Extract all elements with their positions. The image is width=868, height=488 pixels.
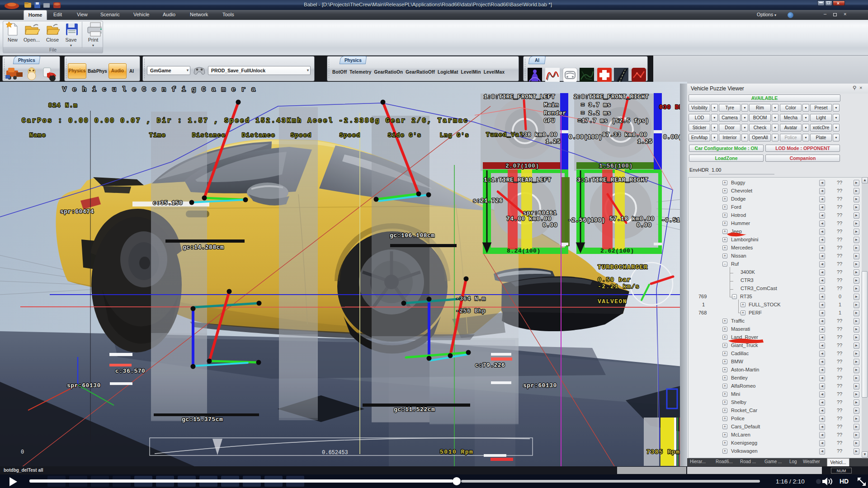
svg-text:c:36.570: c:36.570 bbox=[115, 368, 145, 375]
svg-text:7385 Rpm: 7385 Rpm bbox=[646, 449, 680, 455]
svg-text:Side G's: Side G's bbox=[388, 132, 421, 139]
svg-text:GPU: GPU bbox=[544, 117, 555, 124]
svg-text:97.33 km0.00: 97.33 km0.00 bbox=[602, 131, 647, 138]
svg-text:5010 Rpm: 5010 Rpm bbox=[440, 449, 473, 455]
svg-text:s:21.726: s:21.726 bbox=[473, 197, 503, 204]
svg-text:74.00 km0.00: 74.00 km0.00 bbox=[506, 216, 552, 222]
svg-text:Name: Name bbox=[29, 132, 46, 139]
svg-text:gc:15.375cm: gc:15.375cm bbox=[182, 416, 223, 423]
svg-text:= 3.7 ms: = 3.7 ms bbox=[581, 102, 611, 108]
svg-text:.38 km0.00: .38 km0.00 bbox=[520, 131, 557, 138]
svg-text:1:1:TIRE_REAR_LEFT: 1:1:TIRE_REAR_LEFT bbox=[484, 177, 551, 183]
svg-text:0.00(100): 0.00(100) bbox=[569, 134, 603, 141]
svg-text:c:79.226: c:79.226 bbox=[475, 362, 505, 369]
svg-text:0.00(: 0.00( bbox=[663, 134, 682, 141]
svg-text:= 2.2 ms: = 2.2 ms bbox=[581, 110, 611, 117]
svg-text:gc:11.522cm: gc:11.522cm bbox=[394, 406, 435, 413]
svg-text:Main: Main bbox=[544, 102, 559, 108]
svg-text:-2.56(100): -2.56(100) bbox=[568, 217, 605, 224]
svg-text:-0.51: -0.51 bbox=[661, 217, 680, 224]
svg-text:Tuned_Val: Tuned_Val bbox=[486, 131, 524, 138]
svg-text:2.07(100): 2.07(100) bbox=[505, 163, 539, 169]
svg-text:VehiculeConfigCamera: VehiculeConfigCamera bbox=[62, 86, 261, 94]
svg-text:Render: Render bbox=[544, 110, 566, 117]
svg-text:spr:60130: spr:60130 bbox=[67, 382, 101, 389]
svg-text:1.25: 1.25 bbox=[546, 138, 561, 145]
svg-text:0.652453: 0.652453 bbox=[322, 450, 348, 456]
svg-text:-256 Bhp: -256 Bhp bbox=[456, 308, 486, 314]
svg-text:1:0:TIRE_FRONT_LEFT: 1:0:TIRE_FRONT_LEFT bbox=[484, 94, 555, 100]
svg-text:gc:14.288cm: gc:14.288cm bbox=[183, 244, 224, 251]
svg-text:3:1:TIRE_REAR_RIGHT: 3:1:TIRE_REAR_RIGHT bbox=[577, 177, 648, 183]
svg-text:-2.21 km/s: -2.21 km/s bbox=[598, 283, 640, 290]
svg-text:030 Bh: 030 Bh bbox=[659, 104, 683, 111]
svg-text:=17.7 ms (52.5 fps): =17.7 ms (52.5 fps) bbox=[578, 117, 649, 124]
svg-text:824 N.m: 824 N.m bbox=[48, 102, 78, 109]
svg-text:1.56(100): 1.56(100) bbox=[599, 163, 633, 169]
svg-text:TURBOCHARGER: TURBOCHARGER bbox=[598, 264, 648, 271]
svg-text:Distance: Distance bbox=[242, 132, 275, 139]
svg-text:spr:60474: spr:60474 bbox=[60, 208, 94, 215]
svg-text:0.00: 0.00 bbox=[542, 222, 557, 229]
svg-text:Distance: Distance bbox=[192, 132, 226, 139]
svg-text:0: 0 bbox=[21, 449, 24, 455]
svg-text:2.62(100): 2.62(100) bbox=[600, 248, 634, 254]
svg-text:1.25: 1.25 bbox=[637, 138, 652, 145]
svg-text:57.18 km0.00: 57.18 km0.00 bbox=[609, 216, 655, 222]
svg-text:spr:60130: spr:60130 bbox=[523, 382, 557, 389]
svg-text:CarPos : 0.00 0.00 0.07 , Dir: CarPos : 0.00 0.00 0.07 , Dir : 1.57 , S… bbox=[22, 117, 469, 124]
svg-text:8.24(100): 8.24(100) bbox=[507, 248, 541, 254]
svg-text:gc:106.108cm: gc:106.108cm bbox=[390, 232, 435, 239]
svg-text:0.00: 0.00 bbox=[637, 222, 651, 229]
svg-text:Lng G's: Lng G's bbox=[440, 132, 469, 139]
svg-text:Speed: Speed bbox=[340, 132, 361, 139]
svg-text:2:0:TIRE_FRONT_RIGHT: 2:0:TIRE_FRONT_RIGHT bbox=[574, 94, 649, 100]
svg-text:c:35.150: c:35.150 bbox=[153, 200, 183, 206]
svg-text:VALVEON: VALVEON bbox=[598, 298, 627, 305]
svg-text:Speed: Speed bbox=[291, 132, 312, 139]
svg-text:0.59 bar: 0.59 bar bbox=[598, 277, 631, 283]
svg-text:-364 N.m: -364 N.m bbox=[456, 296, 486, 302]
svg-text:Time: Time bbox=[149, 132, 166, 139]
